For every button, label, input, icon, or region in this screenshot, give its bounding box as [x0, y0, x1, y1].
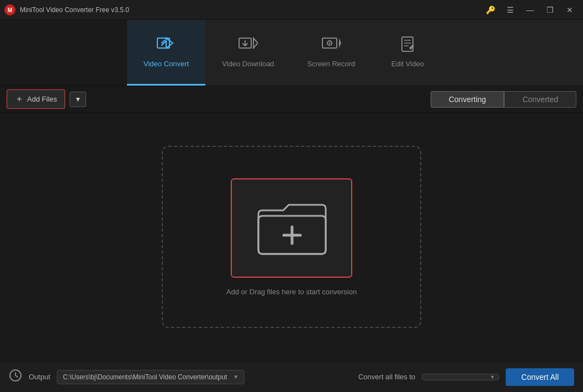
menu-button[interactable]: ☰: [501, 3, 519, 17]
toolbar: ＋ Add Files ▼ Converting Converted: [0, 86, 583, 113]
drop-zone-outer: Add or Drag files here to start conversi…: [162, 146, 421, 328]
nav-tab-screen-record[interactable]: Screen Record: [291, 20, 372, 86]
main-content: Add or Drag files here to start conversi…: [0, 113, 583, 361]
add-files-plus-icon: ＋: [15, 93, 24, 105]
output-path-dropdown-icon: ▼: [233, 374, 239, 380]
svg-rect-11: [402, 37, 413, 51]
minimize-button[interactable]: —: [521, 3, 539, 17]
nav-bar: Video Convert Video Download: [0, 20, 583, 86]
drop-zone-inner[interactable]: [231, 178, 352, 278]
converted-tab[interactable]: Converted: [504, 91, 576, 108]
svg-marker-8: [339, 38, 341, 48]
output-label: Output: [29, 373, 50, 381]
add-files-dropdown-button[interactable]: ▼: [70, 92, 86, 107]
add-files-label: Add Files: [27, 95, 57, 103]
title-bar: M MiniTool Video Converter Free v3.5.0 🔑…: [0, 0, 583, 20]
output-path-field[interactable]: C:\Users\bj\Documents\MiniTool Video Con…: [57, 370, 245, 384]
convert-all-label: Convert all files to: [358, 373, 415, 381]
nav-tab-label-edit-video: Edit Video: [391, 60, 424, 68]
close-button[interactable]: ✕: [561, 3, 579, 17]
status-bar: Output C:\Users\bj\Documents\MiniTool Vi…: [0, 361, 583, 392]
add-files-button[interactable]: ＋ Add Files: [7, 89, 65, 109]
nav-tab-label-video-convert: Video Convert: [144, 60, 189, 68]
convert-tabs: Converting Converted: [431, 91, 576, 108]
video-convert-icon: [156, 36, 176, 55]
output-path-text: C:\Users\bj\Documents\MiniTool Video Con…: [63, 373, 230, 381]
restore-button[interactable]: ❐: [541, 3, 559, 17]
title-controls: 🔑 ☰ — ❐ ✕: [481, 3, 579, 17]
folder-add-icon: [253, 195, 330, 261]
converting-tab[interactable]: Converting: [431, 91, 505, 108]
edit-video-icon: [398, 36, 417, 55]
key-button[interactable]: 🔑: [481, 3, 499, 17]
convert-format-select[interactable]: [422, 374, 499, 380]
app-logo-icon: M: [4, 4, 15, 15]
svg-marker-5: [253, 38, 258, 48]
app-title: MiniTool Video Converter Free v3.5.0: [20, 6, 129, 14]
title-left: M MiniTool Video Converter Free v3.5.0: [4, 4, 129, 15]
video-download-icon: [238, 36, 258, 55]
drop-hint-text: Add or Drag files here to start conversi…: [226, 288, 357, 296]
nav-tab-edit-video[interactable]: Edit Video: [372, 20, 443, 86]
nav-tab-label-screen-record: Screen Record: [308, 60, 356, 68]
nav-tab-label-video-download: Video Download: [222, 60, 274, 68]
convert-format-wrapper: [422, 374, 499, 380]
screen-record-icon: [321, 36, 341, 55]
nav-tabs: Video Convert Video Download: [127, 20, 583, 86]
svg-text:M: M: [8, 7, 12, 13]
convert-all-button[interactable]: Convert All: [506, 368, 574, 386]
clock-icon: [9, 369, 22, 385]
nav-tab-video-convert[interactable]: Video Convert: [127, 20, 205, 86]
sidebar-space: [0, 20, 127, 86]
svg-point-10: [328, 43, 330, 44]
nav-tab-video-download[interactable]: Video Download: [205, 20, 290, 86]
